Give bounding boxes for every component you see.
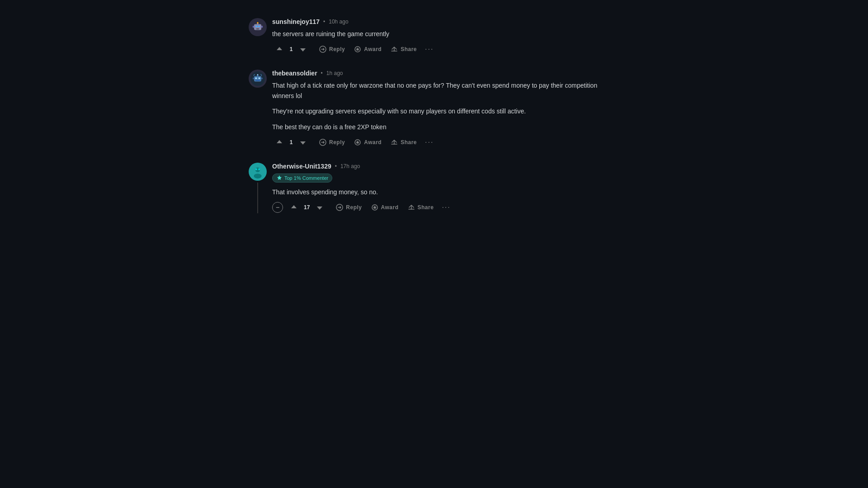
svg-rect-7 xyxy=(253,26,254,28)
timestamp: 10h ago xyxy=(329,19,348,25)
vote-group: 1 xyxy=(272,137,310,148)
reply-button[interactable]: Reply xyxy=(332,202,365,213)
vote-group: 17 xyxy=(287,202,327,213)
comment-actions: − 17 xyxy=(272,202,619,213)
vote-group: 1 xyxy=(272,44,310,55)
share-icon xyxy=(391,46,398,53)
comment-actions: 1 xyxy=(272,136,619,148)
svg-rect-2 xyxy=(255,26,257,27)
vote-count: 17 xyxy=(304,204,310,211)
share-icon xyxy=(408,204,415,211)
collapse-icon: − xyxy=(276,204,279,211)
dots-icon: ··· xyxy=(442,203,450,211)
svg-rect-14 xyxy=(259,78,260,79)
commenter-icon xyxy=(276,175,283,181)
avatar xyxy=(249,163,267,181)
more-button[interactable]: ··· xyxy=(422,136,436,148)
svg-point-24 xyxy=(254,174,261,178)
share-button[interactable]: Share xyxy=(387,137,420,148)
reply-button[interactable]: Reply xyxy=(316,44,349,55)
downvote-button[interactable] xyxy=(296,44,310,55)
avatar xyxy=(249,70,267,88)
award-icon xyxy=(354,46,361,53)
comments-container: sunshinejoy117 • 10h ago the servers are… xyxy=(231,18,637,213)
comment-item: thebeansoldier • 1h ago That high of a t… xyxy=(249,70,619,148)
svg-rect-3 xyxy=(258,26,260,27)
downvote-button[interactable] xyxy=(296,137,310,148)
svg-rect-15 xyxy=(255,80,260,81)
share-label: Share xyxy=(401,139,417,145)
svg-rect-13 xyxy=(255,78,257,79)
downvote-icon xyxy=(299,139,307,146)
thread-line-wrapper xyxy=(249,163,267,213)
upvote-button[interactable] xyxy=(272,137,287,148)
comment-header: thebeansoldier • 1h ago xyxy=(272,70,619,77)
username: Otherwise-Unit1329 xyxy=(272,163,331,170)
more-button[interactable]: ··· xyxy=(422,43,436,55)
svg-rect-18 xyxy=(253,78,254,80)
comment-text: That high of a tick rate only for warzon… xyxy=(272,80,619,132)
share-icon xyxy=(391,139,398,146)
downvote-button[interactable] xyxy=(312,202,327,213)
username: thebeansoldier xyxy=(272,70,317,77)
svg-rect-19 xyxy=(261,78,263,80)
comment-actions: 1 xyxy=(272,43,619,55)
comment-header: Otherwise-Unit1329 • 17h ago xyxy=(272,163,619,170)
comment-body: Otherwise-Unit1329 • 17h ago Top 1% Comm… xyxy=(272,163,619,213)
svg-point-26 xyxy=(258,168,260,170)
avatar xyxy=(249,18,267,36)
comment-body: thebeansoldier • 1h ago That high of a t… xyxy=(272,70,619,148)
downvote-icon xyxy=(316,204,323,211)
badge-label: Top 1% Commenter xyxy=(284,175,328,181)
award-label: Award xyxy=(364,46,382,52)
separator: • xyxy=(335,163,337,169)
svg-point-17 xyxy=(257,74,258,75)
award-button[interactable]: Award xyxy=(350,137,385,148)
reply-icon xyxy=(336,204,343,211)
reply-label: Reply xyxy=(346,204,362,211)
share-label: Share xyxy=(401,46,417,52)
svg-point-25 xyxy=(255,168,257,170)
reply-label: Reply xyxy=(329,46,345,52)
reply-icon xyxy=(319,139,326,146)
upvote-button[interactable] xyxy=(272,44,287,55)
comment-text: the servers are ruining the game current… xyxy=(272,29,619,39)
thread-line xyxy=(257,183,258,213)
award-button[interactable]: Award xyxy=(368,202,402,213)
downvote-icon xyxy=(299,46,307,53)
reply-icon xyxy=(319,46,326,53)
top-commenter-badge: Top 1% Commenter xyxy=(272,174,332,183)
share-button[interactable]: Share xyxy=(404,202,438,213)
reply-button[interactable]: Reply xyxy=(316,137,349,148)
award-button[interactable]: Award xyxy=(350,44,385,55)
separator: • xyxy=(321,70,323,76)
comment-header: sunshinejoy117 • 10h ago xyxy=(272,18,619,25)
comment-body: sunshinejoy117 • 10h ago the servers are… xyxy=(272,18,619,55)
username: sunshinejoy117 xyxy=(272,18,320,25)
vote-count: 1 xyxy=(289,139,293,145)
award-label: Award xyxy=(364,139,382,145)
upvote-icon xyxy=(290,204,297,211)
reply-label: Reply xyxy=(329,139,345,145)
timestamp: 1h ago xyxy=(326,70,343,76)
svg-rect-4 xyxy=(256,28,259,29)
award-label: Award xyxy=(381,204,399,211)
dots-icon: ··· xyxy=(425,138,434,146)
award-icon xyxy=(354,139,361,146)
comment-text: That involves spending money, so no. xyxy=(272,187,619,197)
svg-rect-8 xyxy=(261,26,263,28)
upvote-button[interactable] xyxy=(287,202,301,213)
dots-icon: ··· xyxy=(425,45,434,53)
vote-count: 1 xyxy=(289,46,293,52)
upvote-icon xyxy=(276,139,283,146)
comment-with-thread: Otherwise-Unit1329 • 17h ago Top 1% Comm… xyxy=(249,163,619,213)
svg-point-6 xyxy=(257,22,258,23)
more-button[interactable]: ··· xyxy=(439,202,453,213)
share-button[interactable]: Share xyxy=(387,44,420,55)
share-label: Share xyxy=(418,204,434,211)
comment-item: sunshinejoy117 • 10h ago the servers are… xyxy=(249,18,619,55)
collapse-button[interactable]: − xyxy=(272,202,283,213)
timestamp: 17h ago xyxy=(340,163,360,169)
separator: • xyxy=(323,19,325,25)
upvote-icon xyxy=(276,46,283,53)
